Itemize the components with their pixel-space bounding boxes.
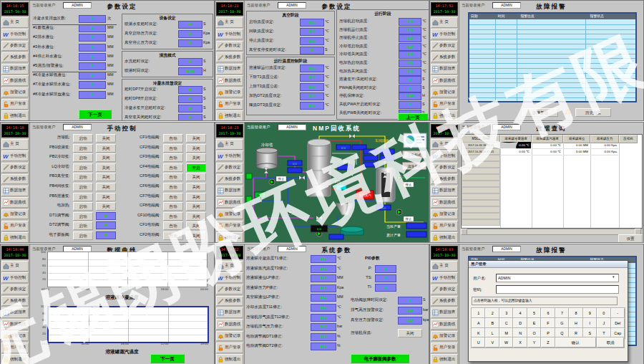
sidebar-item-alarm-record[interactable]: 报警记录 <box>431 209 458 220</box>
start-button[interactable]: 启动 <box>73 221 93 230</box>
value-box[interactable]: 0.0 <box>399 59 421 67</box>
value-box[interactable]: 0.0 <box>311 314 336 322</box>
query-column-header[interactable]: 压缩机 <box>619 135 638 143</box>
sidebar-item-data-curve[interactable]: 数据曲线 <box>216 319 243 330</box>
auto-button[interactable]: 自动 <box>163 144 183 153</box>
key-X[interactable]: X <box>513 337 527 348</box>
sidebar-item-system-params[interactable]: 系统参数 <box>431 296 458 307</box>
key-A[interactable]: A <box>472 318 486 328</box>
value-box[interactable]: 0 <box>79 34 106 42</box>
value-box[interactable]: 0 <box>79 15 106 23</box>
value-box[interactable]: 0.0 <box>311 323 336 331</box>
auto-button[interactable]: 自动 <box>163 221 183 230</box>
sidebar-item-alarm-record[interactable]: 报警记录 <box>431 331 458 342</box>
sidebar-item-force-exit[interactable]: 强制退出 <box>1 232 29 243</box>
auto-button[interactable]: 自动 <box>163 202 183 211</box>
auto-button[interactable]: 自动 <box>163 173 183 181</box>
key-W[interactable]: W <box>499 337 514 348</box>
key-Cap[interactable]: Cap <box>611 328 625 338</box>
value-box[interactable]: 0 <box>178 21 203 29</box>
sidebar-item-system-params[interactable]: 系统参数 <box>431 52 458 63</box>
expansion-valve-params-button[interactable]: 电子膨胀阀参数 <box>351 354 409 363</box>
value-box[interactable]: 0 <box>300 47 324 54</box>
sidebar-item-force-exit[interactable]: 强制退出 <box>1 110 29 121</box>
sidebar-item-parameter-setting[interactable]: 参数设定 <box>216 163 243 173</box>
valve-state-button[interactable]: 关闭 <box>186 221 206 230</box>
value-box[interactable]: 0 <box>79 72 106 80</box>
sidebar-item-data-curve[interactable]: 数据曲线 <box>431 319 458 330</box>
value-box[interactable]: 0 <box>79 62 106 70</box>
sidebar-item-user-login[interactable]: 用户登录 <box>1 221 29 231</box>
sidebar-item-data-report[interactable]: 数据报表 <box>431 64 458 75</box>
sidebar-item-home[interactable]: 主 页 <box>216 261 243 272</box>
mimic-value-box[interactable] <box>288 168 302 173</box>
value-box[interactable]: 0 <box>178 86 203 94</box>
key-7[interactable]: 7 <box>555 308 570 318</box>
value-box[interactable]: 0 <box>375 284 396 292</box>
mimic-value-box[interactable] <box>364 162 378 167</box>
start-button[interactable]: 启动 <box>73 231 93 240</box>
auto-button[interactable]: 自动 <box>163 231 183 240</box>
sidebar-item-manual-control[interactable]: W手动控制 <box>216 150 243 161</box>
stop-button[interactable]: 关闭 <box>96 202 116 211</box>
key-C[interactable]: C <box>499 318 514 328</box>
stop-button[interactable]: 关闭 <box>96 144 116 153</box>
sidebar-item-home[interactable]: 主 页 <box>216 17 243 28</box>
sidebar-item-data-report[interactable]: 数据报表 <box>216 186 243 196</box>
valve-state-button[interactable]: 开启 <box>186 163 206 172</box>
sidebar-item-manual-control[interactable]: W手动控制 <box>431 29 458 39</box>
sidebar-item-force-exit[interactable]: 强制退出 <box>216 232 243 243</box>
history-alarm-button[interactable]: 历史报警 <box>575 108 611 117</box>
sidebar-item-parameter-setting[interactable]: 参数设定 <box>1 41 29 52</box>
sidebar-item-data-curve[interactable]: 数据曲线 <box>216 197 243 208</box>
sidebar-item-parameter-setting[interactable]: 参数设定 <box>431 163 458 173</box>
key-3[interactable]: 3 <box>499 308 514 318</box>
fault-reset-button[interactable]: 故障复位 <box>522 108 558 117</box>
mimic-value-box[interactable] <box>338 165 352 170</box>
valve-state-button[interactable]: 关闭 <box>186 212 206 221</box>
sidebar-item-parameter-setting[interactable]: 参数设定 <box>431 41 458 52</box>
key-N[interactable]: N <box>513 328 527 338</box>
value-box[interactable]: 0 <box>96 221 116 229</box>
sidebar-item-home[interactable]: 主 页 <box>431 139 458 150</box>
valve-state-button[interactable]: 关闭 <box>186 202 206 211</box>
value-box[interactable]: 0 <box>79 53 106 61</box>
sidebar-item-data-report[interactable]: 数据报表 <box>1 186 29 196</box>
password-input[interactable] <box>496 285 619 294</box>
key-R[interactable]: R <box>569 328 583 338</box>
mimic-value-box[interactable] <box>380 155 394 161</box>
sidebar-item-home[interactable]: 主 页 <box>216 139 243 150</box>
next-page-button[interactable]: 下一页 <box>150 354 185 363</box>
sidebar-item-user-login[interactable]: 用户登录 <box>431 221 458 231</box>
sidebar-item-data-report[interactable]: 数据报表 <box>431 186 458 196</box>
value-box[interactable]: 0.0 <box>300 74 324 82</box>
next-page-button[interactable]: 下一页 <box>79 110 112 119</box>
sidebar-item-user-login[interactable]: 用户登录 <box>216 221 243 231</box>
start-button[interactable]: 启动 <box>73 183 93 191</box>
key-I[interactable]: I <box>583 318 597 328</box>
sidebar-item-manual-control[interactable]: W手动控制 <box>431 272 458 283</box>
auto-button[interactable]: 自动 <box>163 134 183 143</box>
key-4[interactable]: 4 <box>513 308 527 318</box>
sidebar-item-alarm-record[interactable]: 报警记录 <box>1 209 29 220</box>
sidebar-item-alarm-record[interactable]: 报警记录 <box>1 331 29 342</box>
valve-state-button[interactable]: 关闭 <box>186 193 206 201</box>
sidebar-item-user-login[interactable]: 用户登录 <box>431 99 458 110</box>
value-box[interactable]: 0.0 <box>311 274 336 282</box>
confirm-key[interactable]: 确认 <box>555 337 596 348</box>
value-box[interactable]: 0.0 <box>399 18 421 26</box>
value-box[interactable]: 0.0 <box>311 284 336 292</box>
value-box[interactable]: 0.0 <box>399 68 421 76</box>
key-5[interactable]: 5 <box>527 308 542 318</box>
key-1[interactable]: 1 <box>472 308 486 318</box>
mimic-value-box[interactable] <box>364 155 378 161</box>
key-Del[interactable]: Del <box>611 318 625 328</box>
sidebar-item-home[interactable]: 主 页 <box>1 139 29 150</box>
sidebar-item-home[interactable]: 主 页 <box>1 261 29 272</box>
sidebar-item-user-login[interactable]: 用户登录 <box>431 343 458 353</box>
value-box[interactable]: 0 <box>79 91 106 99</box>
sidebar-item-home[interactable]: 主 页 <box>431 261 458 272</box>
sidebar-item-system-params[interactable]: 系统参数 <box>216 296 243 307</box>
value-box[interactable]: 0 <box>178 114 203 121</box>
sidebar-item-system-params[interactable]: 系统参数 <box>1 52 29 63</box>
